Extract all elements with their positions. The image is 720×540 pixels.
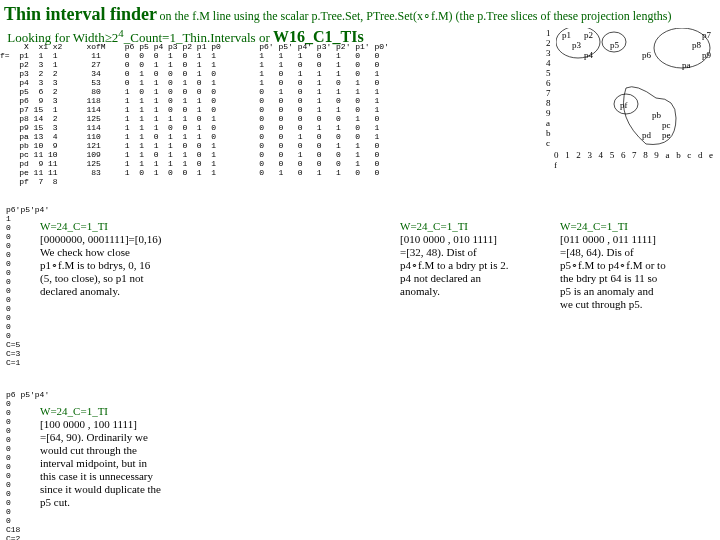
point-label: p8 [692, 40, 701, 50]
title-rest: on the f.M line using the scalar p.Tree.… [160, 9, 672, 23]
note-4: W=24_C=1_TI [100 0000 , 100 1111] =[64, … [40, 405, 210, 509]
point-label: p7 [702, 30, 711, 40]
point-label: pf [620, 100, 628, 110]
point-label: p6 [642, 50, 651, 60]
point-label: p5 [610, 40, 619, 50]
note-2: W=24_C=1_TI [010 0000 , 010 1111] =[32, … [400, 220, 540, 298]
point-label: p2 [584, 30, 593, 40]
point-label: pb [652, 110, 661, 120]
point-label: p3 [572, 40, 581, 50]
note-1: W=24_C=1_TI [0000000, 0001111]=[0,16) We… [40, 220, 200, 298]
plot-area: p1 p2 p3 p4 p5 p6 p7 p8 p9 pa pb pc pd p… [556, 28, 714, 158]
point-label: p1 [562, 30, 571, 40]
point-label: pe [662, 130, 671, 140]
point-label: pc [662, 120, 671, 130]
x-axis: 0 1 2 3 4 5 6 7 8 9 a b c d e f [554, 150, 716, 170]
note-3: W=24_C=1_TI [011 0000 , 011 1111] =[48, … [560, 220, 710, 311]
point-label: pa [682, 60, 691, 70]
title-line: Thin interval finder on the f.M line usi… [4, 4, 716, 25]
scatter-chart: 123456789abc p1 p2 p3 p4 p5 p6 p7 p8 p9 … [546, 26, 716, 170]
point-label: p4 [584, 50, 593, 60]
point-label: pd [642, 130, 651, 140]
main-title: Thin interval finder [4, 4, 157, 24]
data-table: X x1 x2 xofM p6 p5 p4 p3 p2 p1 p0 p6' p5… [0, 42, 389, 186]
point-label: p9 [702, 50, 711, 60]
y-axis: 123456789abc [546, 28, 551, 148]
